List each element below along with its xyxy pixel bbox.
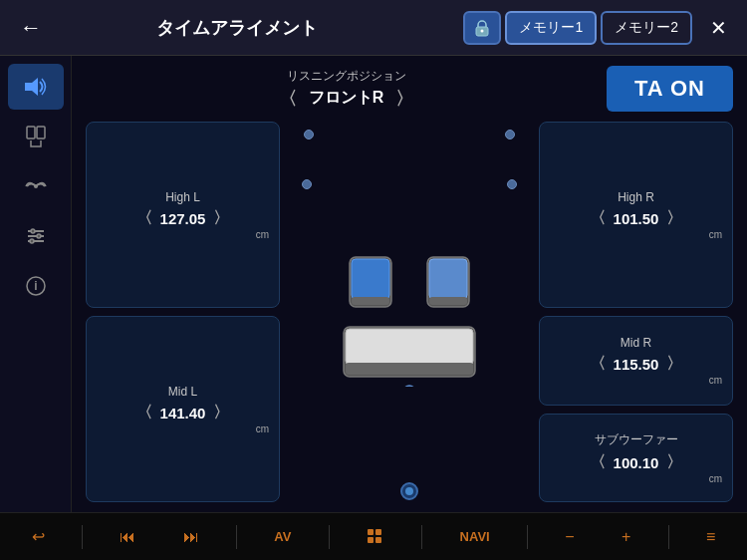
mid-r-value: 115.50	[614, 356, 659, 373]
lock-icon-button[interactable]	[463, 11, 501, 45]
svg-rect-16	[352, 297, 389, 305]
mid-r-unit: cm	[550, 375, 722, 386]
subwoofer-increment[interactable]: 〉	[666, 452, 682, 473]
memory1-tab[interactable]: メモリー1	[505, 11, 597, 45]
divider-2	[236, 525, 237, 549]
volume-up-button[interactable]: +	[612, 522, 640, 552]
back-button[interactable]: ←	[12, 11, 50, 45]
mid-l-increment[interactable]: 〉	[213, 403, 229, 423]
subwoofer-label: サブウーファー	[595, 431, 678, 448]
high-r-unit: cm	[550, 229, 722, 240]
high-l-control: 〈 127.05 〉	[136, 208, 230, 229]
svg-rect-21	[346, 329, 473, 365]
content-area: リスニングポジション 〈 フロントR 〉 TA ON High L 〈 127.…	[72, 56, 747, 512]
mid-r-increment[interactable]: 〉	[666, 354, 682, 375]
listening-label: リスニングポジション	[287, 68, 406, 85]
mid-l-decrement[interactable]: 〈	[136, 403, 152, 423]
high-l-value: 127.05	[160, 210, 206, 227]
car-diagram	[288, 122, 531, 502]
svg-rect-22	[346, 363, 473, 375]
speaker-dot-tl	[304, 130, 314, 140]
memory2-tab[interactable]: メモリー2	[601, 11, 692, 45]
page-title: タイムアライメント	[60, 16, 413, 40]
svg-marker-2	[25, 78, 38, 96]
listening-next-button[interactable]: 〉	[395, 87, 413, 111]
menu-grid-button[interactable]	[357, 522, 394, 552]
high-r-control: 〈 101.50 〉	[590, 208, 683, 229]
header-tabs: メモリー1 メモリー2	[463, 11, 692, 45]
svg-point-11	[30, 239, 34, 243]
mid-r-decrement[interactable]: 〈	[590, 354, 606, 375]
divider-6	[668, 525, 669, 549]
volume-down-button[interactable]: −	[555, 522, 584, 552]
svg-point-1	[481, 29, 484, 32]
mid-r-speaker: Mid R 〈 115.50 〉 cm	[539, 316, 733, 406]
right-bottom-stack: Mid R 〈 115.50 〉 cm サブウーファー 〈 100.10 〉	[539, 316, 733, 502]
sidebar-item-signal[interactable]	[8, 163, 64, 209]
main-area: i リスニングポジション 〈 フロントR 〉 TA ON High L	[0, 56, 747, 512]
svg-rect-25	[368, 529, 374, 535]
mid-l-control: 〈 141.40 〉	[136, 403, 230, 423]
subwoofer-dot	[400, 482, 418, 500]
listening-bar: リスニングポジション 〈 フロントR 〉 TA ON	[86, 66, 733, 112]
av-button[interactable]: AV	[264, 523, 301, 550]
mid-r-label: Mid R	[621, 336, 651, 350]
high-r-decrement[interactable]: 〈	[590, 208, 606, 229]
listening-prev-button[interactable]: 〈	[279, 87, 297, 111]
speaker-dot-mr	[507, 179, 517, 189]
high-r-label: High R	[618, 190, 654, 204]
sidebar: i	[0, 56, 72, 512]
svg-text:i: i	[34, 279, 37, 293]
svg-rect-4	[37, 127, 45, 139]
next-track-button[interactable]: ⏭	[173, 522, 209, 552]
svg-point-9	[31, 229, 35, 233]
svg-rect-3	[27, 127, 35, 139]
subwoofer-unit: cm	[550, 473, 722, 484]
divider-1	[82, 525, 83, 549]
sidebar-item-settings[interactable]	[8, 213, 64, 259]
listening-position: リスニングポジション 〈 フロントR 〉	[86, 68, 607, 111]
sidebar-item-audio[interactable]	[8, 64, 64, 110]
list-button[interactable]: ≡	[696, 522, 725, 552]
svg-rect-15	[352, 259, 389, 299]
high-r-increment[interactable]: 〉	[666, 208, 682, 229]
listening-value-row: 〈 フロントR 〉	[279, 87, 414, 111]
high-l-decrement[interactable]: 〈	[136, 208, 152, 229]
subwoofer-speaker: サブウーファー 〈 100.10 〉 cm	[539, 414, 733, 503]
ta-on-button[interactable]: TA ON	[607, 66, 733, 112]
close-button[interactable]: ✕	[702, 12, 735, 44]
svg-point-5	[34, 184, 38, 188]
mid-l-label: Mid L	[168, 385, 197, 399]
sidebar-item-phone[interactable]	[8, 114, 64, 159]
high-l-label: High L	[165, 190, 200, 204]
mid-l-unit: cm	[97, 423, 269, 434]
mid-l-value: 141.40	[160, 405, 206, 421]
divider-5	[527, 525, 528, 549]
high-l-increment[interactable]: 〉	[213, 208, 229, 229]
svg-point-23	[403, 386, 415, 387]
car-svg	[330, 237, 489, 387]
listening-value-text: フロントR	[309, 88, 384, 109]
high-l-unit: cm	[97, 229, 269, 240]
divider-3	[329, 525, 330, 549]
svg-rect-27	[368, 537, 374, 543]
subwoofer-value: 100.10	[614, 454, 659, 471]
sidebar-item-info[interactable]: i	[8, 263, 64, 309]
mid-l-speaker: Mid L 〈 141.40 〉 cm	[86, 316, 280, 502]
divider-4	[421, 525, 422, 549]
back-nav-button[interactable]: ↩	[22, 521, 55, 552]
speaker-dot-ml	[302, 179, 312, 189]
speaker-dot-tr	[505, 130, 515, 140]
high-r-value: 101.50	[614, 210, 659, 227]
svg-point-10	[37, 234, 41, 238]
svg-rect-18	[429, 259, 467, 299]
subwoofer-decrement[interactable]: 〈	[590, 452, 606, 473]
bottom-toolbar: ↩ ⏮ ⏭ AV NAVI − + ≡	[0, 512, 747, 560]
prev-track-button[interactable]: ⏮	[110, 522, 145, 552]
header: ← タイムアライメント メモリー1 メモリー2 ✕	[0, 0, 747, 56]
svg-rect-28	[375, 537, 381, 543]
high-l-speaker: High L 〈 127.05 〉 cm	[86, 122, 280, 308]
navi-button[interactable]: NAVI	[450, 523, 500, 550]
subwoofer-control: 〈 100.10 〉	[590, 452, 683, 473]
mid-r-control: 〈 115.50 〉	[590, 354, 683, 375]
